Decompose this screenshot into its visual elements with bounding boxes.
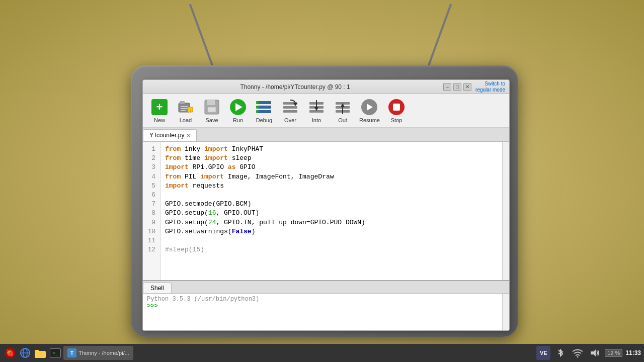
svg-rect-2 <box>181 106 188 107</box>
tab-close-icon[interactable]: ✕ <box>186 133 190 138</box>
over-icon <box>281 98 299 116</box>
svg-rect-8 <box>207 100 215 105</box>
run-icon-shape <box>230 99 246 115</box>
svg-rect-4 <box>181 110 186 111</box>
ve-icon[interactable]: VE <box>536 346 550 360</box>
thonny-taskbar-label: Thonny - /home/pi/... <box>78 350 129 356</box>
wifi-icon[interactable] <box>571 346 585 360</box>
stop-icon-shape <box>388 99 405 115</box>
out-icon-svg <box>335 99 351 115</box>
debug-icon-svg <box>256 99 272 115</box>
svg-marker-38 <box>591 349 596 356</box>
raspberry-pi-icon[interactable]: 🍓 <box>3 346 17 360</box>
new-icon-shape <box>151 99 168 115</box>
svg-text:🍓: 🍓 <box>6 349 15 357</box>
out-label: Out <box>338 117 347 123</box>
into-icon-svg <box>308 99 325 115</box>
new-button[interactable]: New <box>147 96 172 125</box>
svg-rect-17 <box>283 106 297 109</box>
bluetooth-icon[interactable] <box>553 346 568 360</box>
load-icon: ↓ <box>177 98 195 116</box>
raspberry-logo: 🍓 <box>5 347 16 358</box>
taskbar-right: VE 12 % 11:33 <box>536 346 641 360</box>
speaker-icon-svg <box>590 348 600 357</box>
title-bar: Thonny - /home/pi/YTcounter.py @ 90 : 1 … <box>143 80 509 94</box>
shell-panel: Shell Python 3.5.3 (/usr/bin/python3) >>… <box>143 280 509 330</box>
battery-indicator: 12 % <box>605 349 622 357</box>
over-label: Over <box>284 117 296 123</box>
svg-rect-3 <box>181 108 188 109</box>
resume-button[interactable]: Resume <box>356 96 383 125</box>
into-label: Into <box>312 117 321 123</box>
shell-prompt-line: >>> <box>147 303 498 310</box>
tab-filename: YTcounter.py <box>149 132 184 139</box>
debug-button[interactable]: Debug <box>252 96 277 125</box>
wifi-icon-svg <box>572 348 583 357</box>
save-label: Save <box>205 117 218 123</box>
browser-icon[interactable] <box>18 346 32 360</box>
globe-icon-svg <box>20 347 31 358</box>
shell-scrollbar[interactable] <box>502 294 509 330</box>
svg-text:↓: ↓ <box>189 107 192 113</box>
file-tab[interactable]: YTcounter.py ✕ <box>143 129 197 141</box>
new-label: New <box>154 117 165 123</box>
shell-tab-bar: Shell <box>143 281 509 294</box>
switch-mode-button[interactable]: Switch to regular mode <box>475 81 505 93</box>
svg-rect-18 <box>283 110 297 113</box>
shell-content[interactable]: Python 3.5.3 (/usr/bin/python3) >>> <box>143 294 502 330</box>
speaker-icon[interactable] <box>588 346 602 360</box>
resume-icon <box>360 98 378 116</box>
debug-icon <box>255 98 273 116</box>
run-label: Run <box>233 117 243 123</box>
title-controls: – □ ✕ <box>443 83 471 91</box>
over-icon-svg <box>282 99 298 115</box>
svg-rect-36 <box>35 350 39 352</box>
save-button[interactable]: Save <box>199 96 224 125</box>
antenna-left <box>189 4 213 66</box>
over-button[interactable]: Over <box>278 96 303 125</box>
file-manager-icon[interactable] <box>33 346 47 360</box>
terminal-icon[interactable]: >_ <box>48 346 62 360</box>
into-icon <box>307 98 326 116</box>
save-icon <box>203 98 221 116</box>
editor-tab-bar: YTcounter.py ✕ <box>143 128 509 142</box>
debug-label: Debug <box>256 117 272 123</box>
stop-icon <box>387 98 406 116</box>
thonny-window: Thonny - /home/pi/YTcounter.py @ 90 : 1 … <box>142 79 510 331</box>
maximize-button[interactable]: □ <box>453 83 461 91</box>
taskbar: 🍓 >_ T Thonny - /home/pi/... VE <box>0 344 644 362</box>
svg-point-37 <box>577 356 579 358</box>
minimize-button[interactable]: – <box>443 83 451 91</box>
resume-icon-shape <box>361 99 377 115</box>
load-label: Load <box>180 117 192 123</box>
bluetooth-icon-svg <box>556 348 565 358</box>
new-icon <box>150 98 169 116</box>
system-clock: 11:33 <box>625 349 641 356</box>
shell-tab[interactable]: Shell <box>143 283 172 293</box>
stop-button[interactable]: Stop <box>384 96 409 125</box>
svg-rect-9 <box>208 107 216 112</box>
line-numbers: 1 2 3 4 5 6 7 8 9 10 11 12 <box>143 142 161 280</box>
shell-version: Python 3.5.3 (/usr/bin/python3) <box>147 296 498 303</box>
close-button[interactable]: ✕ <box>463 83 471 91</box>
editor-area: 1 2 3 4 5 6 7 8 9 10 11 12 from inky imp… <box>143 142 509 280</box>
run-icon <box>229 98 247 116</box>
load-icon-svg: ↓ <box>178 99 194 115</box>
shell-prompt: >>> <box>147 303 158 310</box>
toolbar: New ↓ Load <box>143 94 509 128</box>
save-icon-svg <box>204 99 220 115</box>
thonny-taskbar-item[interactable]: T Thonny - /home/pi/... <box>63 346 133 360</box>
editor-scrollbar[interactable] <box>502 142 509 280</box>
folder-icon-svg <box>35 348 46 358</box>
window-title: Thonny - /home/pi/YTcounter.py @ 90 : 1 <box>147 83 443 90</box>
load-button[interactable]: ↓ Load <box>173 96 198 125</box>
out-icon <box>334 98 352 116</box>
resume-label: Resume <box>359 117 380 123</box>
thonny-taskbar-icon: T <box>67 348 76 357</box>
svg-rect-1 <box>180 101 185 104</box>
out-button[interactable]: Out <box>330 96 355 125</box>
run-button[interactable]: Run <box>225 96 251 125</box>
code-editor[interactable]: from inky import InkyPHAT from time impo… <box>161 142 502 280</box>
antenna-right <box>428 4 452 66</box>
into-button[interactable]: Into <box>304 96 329 125</box>
